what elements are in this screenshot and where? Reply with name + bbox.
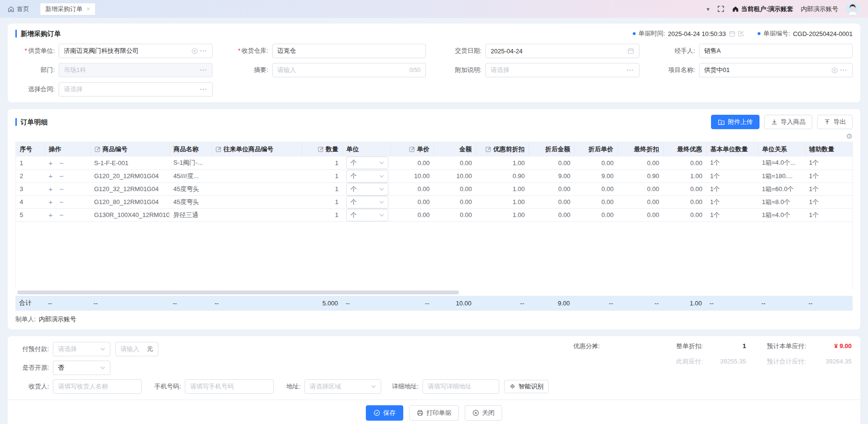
doc-time: 单据时间: 2025-04-24 10:50:33: [633, 29, 744, 38]
table-row: 5+−G130R_100X40_12RM01G04异径三通1个0.000.001…: [16, 208, 853, 221]
table-row: 4+−G120_80_12RM01G0445度弯头1个0.000.001.000…: [16, 195, 853, 208]
edit-icon[interactable]: [737, 30, 744, 37]
action-bar: 保存 打印单据 关闭: [8, 400, 860, 422]
maker-row: 制单人:内部演示账号: [15, 315, 853, 324]
unit-select[interactable]: 个: [346, 209, 388, 221]
detail-address-input[interactable]: 请填写详细地址: [422, 379, 499, 394]
account-name[interactable]: 内部演示账号: [801, 5, 838, 13]
remove-row-button[interactable]: −: [60, 198, 64, 206]
cell-amount: 10.00: [434, 170, 476, 182]
save-button[interactable]: 保存: [366, 405, 403, 421]
phone-label: 手机号码:: [142, 382, 181, 391]
chevron-down-icon: [379, 188, 384, 191]
home-link[interactable]: 首页: [8, 5, 29, 13]
prepay-select[interactable]: 请选择: [53, 342, 110, 356]
receiver-input[interactable]: 请填写收货人名称: [53, 379, 142, 394]
cell-amount: 0.00: [434, 208, 476, 221]
unit-select[interactable]: 个: [346, 157, 388, 169]
cell-qty[interactable]: 1: [301, 208, 342, 221]
order-detail-card: 订单明细 附件上传 导入商品 导出 ⚙ 序号操作商品编号商品名称往来单位商品编号…: [8, 109, 860, 329]
column-settings-gear-icon[interactable]: ⚙: [846, 133, 853, 140]
tenant-info[interactable]: 当前租户:演示账套: [732, 5, 793, 13]
cell-final-benefit: 0.00: [663, 182, 706, 195]
doc-no-label: 单据编号:: [763, 29, 790, 38]
add-row-button[interactable]: +: [48, 185, 53, 193]
smart-recognize-button[interactable]: 智能识别: [504, 380, 549, 393]
supplier-input[interactable]: 济南迈克阀门科技有限公司 ···: [59, 44, 213, 58]
warehouse-input[interactable]: 迈克仓: [272, 44, 426, 58]
total-partner-code: --: [211, 296, 301, 311]
invoice-label: 是否开票:: [15, 363, 49, 372]
department-input: 市场1科 ···: [59, 63, 213, 77]
remove-row-button[interactable]: −: [60, 185, 64, 193]
export-button[interactable]: 导出: [817, 115, 853, 129]
remove-row-button[interactable]: −: [60, 211, 64, 219]
more-icon[interactable]: ···: [200, 86, 207, 93]
check-circle-icon: [374, 410, 380, 416]
prepay-amount-input[interactable]: 请输入 元: [115, 342, 158, 356]
cell-qty[interactable]: 1: [301, 157, 342, 170]
cell-qty[interactable]: 1: [301, 195, 342, 208]
cell-amount: 0.00: [434, 157, 476, 170]
summary-label: 摘要:: [229, 66, 268, 74]
more-icon[interactable]: ···: [627, 67, 634, 73]
extra-note-input[interactable]: 请选择 ···: [485, 63, 639, 77]
delivery-date-input[interactable]: 2025-04-24: [485, 44, 639, 58]
invoice-value: 否: [58, 363, 64, 372]
cell-seq: 4: [16, 195, 45, 208]
import-products-label: 导入商品: [781, 118, 806, 126]
cell-qty[interactable]: 1: [301, 170, 342, 182]
print-button[interactable]: 打印单据: [409, 405, 459, 421]
invoice-select[interactable]: 否: [53, 361, 110, 375]
col-header-amount: 金额: [434, 142, 476, 157]
download-icon: [771, 119, 778, 125]
char-counter: 0/50: [410, 67, 421, 73]
unit-select[interactable]: 个: [346, 196, 388, 208]
unit-select[interactable]: 个: [346, 183, 388, 195]
address-select[interactable]: 请选择区域: [304, 379, 381, 394]
calendar-icon[interactable]: [627, 48, 634, 54]
calendar-icon[interactable]: [729, 30, 735, 37]
total-final-benefit: 1.00: [663, 296, 706, 311]
unit-select[interactable]: 个: [346, 170, 388, 182]
handler-input[interactable]: 销售A: [699, 44, 853, 58]
remove-row-button[interactable]: −: [60, 159, 64, 167]
more-icon[interactable]: ···: [200, 48, 207, 54]
horizontal-scrollbar[interactable]: [16, 291, 852, 294]
phone-input[interactable]: 请填写手机号码: [185, 379, 274, 394]
add-row-button[interactable]: +: [48, 198, 53, 206]
clear-icon[interactable]: [832, 67, 838, 73]
close-icon[interactable]: ×: [86, 5, 90, 12]
import-products-button[interactable]: 导入商品: [764, 115, 812, 129]
avatar[interactable]: [846, 2, 859, 16]
add-row-button[interactable]: +: [48, 159, 53, 167]
clear-icon[interactable]: [192, 48, 198, 54]
add-row-button[interactable]: +: [48, 172, 53, 180]
cell-qty[interactable]: 1: [301, 182, 342, 195]
cell-final-benefit: 0.00: [663, 157, 706, 170]
tabs-dropdown-caret-icon[interactable]: ▾: [707, 6, 710, 12]
more-icon[interactable]: ···: [840, 67, 847, 73]
more-icon[interactable]: ···: [200, 67, 207, 73]
add-row-button[interactable]: +: [48, 211, 53, 219]
close-button[interactable]: 关闭: [465, 405, 502, 421]
cell-disc-amount: 0.00: [529, 182, 574, 195]
whole-discount-label: 整单折扣:: [636, 342, 703, 351]
project-input[interactable]: 供货中01 ···: [699, 63, 853, 77]
contract-input[interactable]: 请选择 ···: [59, 82, 213, 97]
attachment-upload-button[interactable]: 附件上传: [711, 115, 760, 129]
payable-value: ¥ 9.00: [806, 342, 852, 350]
cell-aux-qty: 1个: [805, 157, 853, 170]
cell-op: +−: [45, 157, 90, 170]
total-final-discount: --: [617, 296, 663, 311]
cell-disc-amount: 0.00: [529, 195, 574, 208]
cell-disc-price: 0.00: [574, 182, 617, 195]
remove-row-button[interactable]: −: [60, 172, 64, 180]
summary-input[interactable]: 请输入 0/50: [272, 63, 426, 77]
cell-unit-relation: 1箱=4.0个...: [758, 157, 805, 170]
fullscreen-icon[interactable]: [717, 5, 724, 12]
tab-new-purchase-order[interactable]: 新增采购订单 ×: [40, 3, 96, 15]
scrollbar-thumb[interactable]: [17, 291, 459, 294]
cell-final-discount: 0.00: [617, 157, 663, 170]
warehouse-label: 收货仓库:: [229, 47, 268, 55]
